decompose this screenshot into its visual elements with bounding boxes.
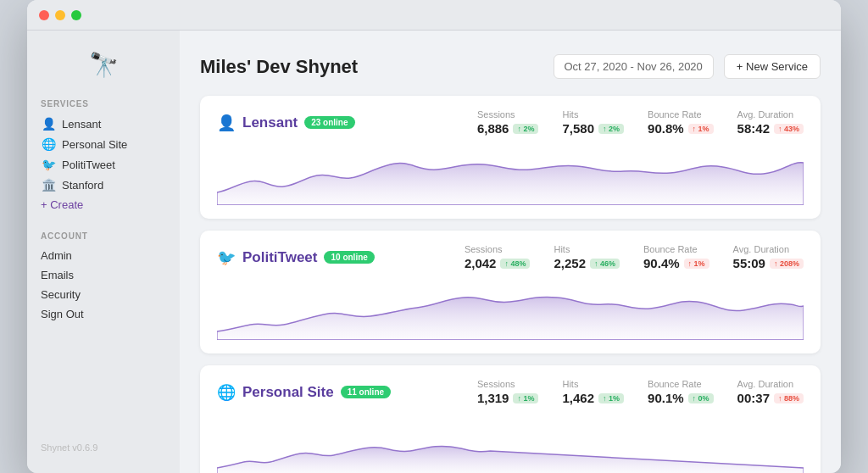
new-service-button[interactable]: + New Service — [724, 54, 821, 79]
chart-svg — [217, 415, 804, 473]
card-header: 🌐 Personal Site 11 online Sessions 1,319… — [217, 379, 804, 405]
personal-site-icon: 🌐 — [41, 137, 56, 151]
service-icon: 🐦 — [217, 248, 236, 267]
service-icon: 👤 — [217, 114, 236, 132]
titlebar — [27, 0, 841, 31]
service-card-polititweet: 🐦 PolitiTweet 10 online Sessions 2,042 ↑… — [200, 231, 821, 353]
service-name: Personal Site — [242, 384, 334, 401]
hits-label: Hits — [562, 379, 624, 389]
card-header: 👤 Lensant 23 online Sessions 6,886 ↑ 2% … — [217, 109, 804, 136]
service-icon: 🌐 — [217, 383, 236, 402]
account-label: ACCOUNT — [41, 231, 166, 241]
sessions-label: Sessions — [477, 379, 539, 389]
traffic-lights — [39, 10, 81, 20]
app-logo: 🔭 — [41, 51, 166, 79]
card-title: 🌐 Personal Site 11 online — [217, 383, 391, 402]
hits-value: 7,580 ↑ 2% — [562, 121, 624, 136]
hits-value: 2,252 ↑ 46% — [554, 256, 620, 270]
sidebar-item-emails[interactable]: Emails — [41, 265, 166, 285]
sessions-badge: ↑ 48% — [500, 259, 530, 269]
bounce-stat: Bounce Rate 90.4% ↑ 1% — [643, 244, 709, 270]
bounce-label: Bounce Rate — [643, 244, 709, 254]
services-label: SERVICES — [41, 99, 166, 109]
card-stats: Sessions 2,042 ↑ 48% Hits 2,252 ↑ 46% Bo… — [465, 244, 804, 270]
sessions-stat: Sessions 2,042 ↑ 48% — [465, 244, 531, 270]
hits-label: Hits — [562, 109, 624, 120]
duration-badge: ↑ 43% — [774, 124, 804, 134]
bounce-value: 90.8% ↑ 1% — [648, 121, 714, 136]
sidebar-item-admin[interactable]: Admin — [41, 246, 166, 265]
security-label: Security — [41, 288, 81, 301]
sessions-label: Sessions — [465, 244, 531, 254]
app-window: 🔭 SERVICES 👤 Lensant 🌐 Personal Site 🐦 P… — [27, 0, 841, 473]
duration-stat: Avg. Duration 55:09 ↑ 208% — [733, 244, 804, 270]
sessions-badge: ↑ 2% — [513, 124, 538, 134]
service-name: PolitiTweet — [242, 249, 317, 266]
bounce-stat: Bounce Rate 90.1% ↑ 0% — [648, 379, 714, 405]
bounce-stat: Bounce Rate 90.8% ↑ 1% — [648, 109, 714, 136]
emails-label: Emails — [41, 269, 74, 281]
service-name: Lensant — [242, 114, 298, 131]
main-content: Miles' Dev Shynet Oct 27, 2020 - Nov 26,… — [180, 31, 841, 473]
duration-label: Avg. Duration — [737, 109, 804, 120]
bounce-value: 90.4% ↑ 1% — [643, 256, 709, 270]
sidebar-item-security[interactable]: Security — [41, 285, 166, 304]
online-badge: 23 online — [304, 116, 354, 129]
minimize-button[interactable] — [55, 10, 65, 20]
version-label: Shynet v0.6.9 — [41, 442, 166, 453]
sessions-badge: ↑ 1% — [513, 393, 538, 403]
bounce-badge: ↑ 1% — [688, 124, 714, 134]
header-right: Oct 27, 2020 - Nov 26, 2020 + New Servic… — [554, 54, 821, 79]
sessions-stat: Sessions 6,886 ↑ 2% — [477, 109, 539, 136]
hits-stat: Hits 2,252 ↑ 46% — [554, 244, 620, 270]
hits-badge: ↑ 2% — [598, 124, 624, 134]
sessions-stat: Sessions 1,319 ↑ 1% — [477, 379, 539, 405]
card-title-area: 🐦 PolitiTweet 10 online — [217, 248, 375, 267]
sidebar-item-personal-site[interactable]: 🌐 Personal Site — [41, 134, 166, 154]
duration-badge: ↑ 88% — [774, 393, 804, 403]
card-title-area: 🌐 Personal Site 11 online — [217, 383, 391, 402]
sessions-value: 2,042 ↑ 48% — [465, 256, 531, 270]
card-header: 🐦 PolitiTweet 10 online Sessions 2,042 ↑… — [217, 244, 804, 270]
personal-site-label: Personal Site — [62, 138, 127, 151]
close-button[interactable] — [39, 10, 49, 20]
duration-value: 00:37 ↑ 88% — [737, 391, 804, 405]
sidebar: 🔭 SERVICES 👤 Lensant 🌐 Personal Site 🐦 P… — [27, 31, 180, 473]
chart-svg — [217, 281, 804, 340]
service-cards-container: 👤 Lensant 23 online Sessions 6,886 ↑ 2% … — [200, 96, 821, 473]
duration-label: Avg. Duration — [733, 244, 804, 254]
admin-label: Admin — [41, 249, 72, 262]
sidebar-item-stanford[interactable]: 🏛️ Stanford — [41, 175, 166, 195]
duration-stat: Avg. Duration 00:37 ↑ 88% — [737, 379, 804, 405]
maximize-button[interactable] — [71, 10, 81, 20]
online-badge: 10 online — [324, 251, 374, 264]
sidebar-item-lensant[interactable]: 👤 Lensant — [41, 114, 166, 134]
services-section: SERVICES 👤 Lensant 🌐 Personal Site 🐦 Pol… — [41, 99, 166, 214]
date-range[interactable]: Oct 27, 2020 - Nov 26, 2020 — [554, 54, 714, 79]
online-badge: 11 online — [341, 386, 391, 398]
card-stats: Sessions 6,886 ↑ 2% Hits 7,580 ↑ 2% Boun… — [477, 109, 804, 136]
polititweet-label: PolitiTweet — [62, 159, 115, 171]
duration-label: Avg. Duration — [737, 379, 804, 389]
chart-svg — [217, 146, 804, 205]
chart-area — [217, 146, 804, 205]
sidebar-item-polititweet[interactable]: 🐦 PolitiTweet — [41, 154, 166, 175]
sessions-value: 1,319 ↑ 1% — [477, 391, 539, 405]
main-header: Miles' Dev Shynet Oct 27, 2020 - Nov 26,… — [200, 54, 821, 79]
page-title: Miles' Dev Shynet — [200, 56, 358, 78]
bounce-value: 90.1% ↑ 0% — [648, 391, 714, 405]
sessions-value: 6,886 ↑ 2% — [477, 121, 539, 136]
create-service-link[interactable]: + Create — [41, 195, 166, 214]
bounce-badge: ↑ 1% — [684, 259, 709, 269]
duration-value: 55:09 ↑ 208% — [733, 256, 804, 270]
polititweet-icon: 🐦 — [41, 158, 56, 171]
hits-value: 1,462 ↑ 1% — [562, 391, 624, 405]
service-card-personal-site: 🌐 Personal Site 11 online Sessions 1,319… — [200, 365, 821, 473]
hits-stat: Hits 1,462 ↑ 1% — [562, 379, 624, 405]
card-title: 🐦 PolitiTweet 10 online — [217, 248, 375, 267]
duration-stat: Avg. Duration 58:42 ↑ 43% — [737, 109, 804, 136]
sign-out-label: Sign Out — [41, 308, 84, 320]
hits-stat: Hits 7,580 ↑ 2% — [562, 109, 624, 136]
sidebar-item-sign-out[interactable]: Sign Out — [41, 304, 166, 324]
bounce-badge: ↑ 0% — [688, 393, 714, 403]
